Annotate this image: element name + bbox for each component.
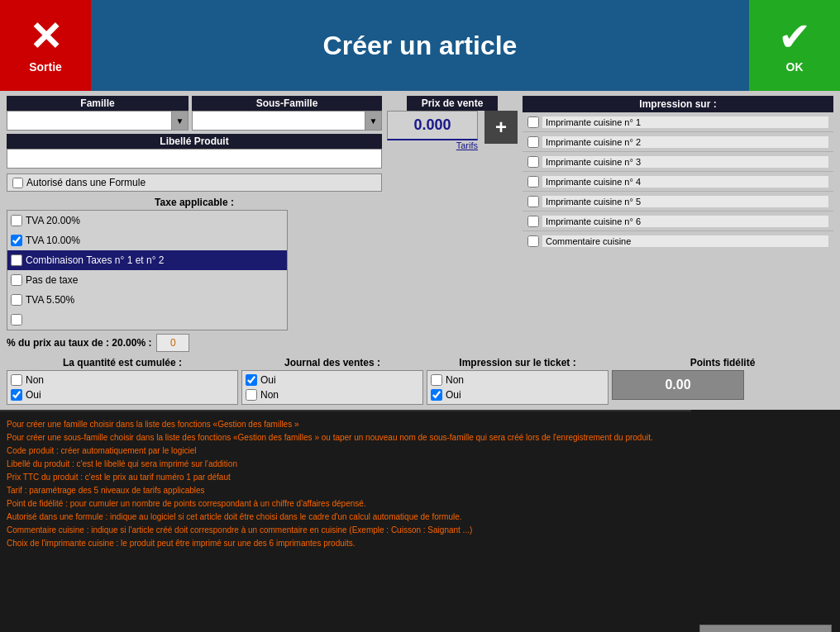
impression-label-1: Imprimante cuisine n° 1 [542, 116, 828, 128]
impression-checkbox-5[interactable] [527, 196, 539, 207]
sous-famille-label: Sous-Famille [192, 96, 382, 111]
impression-ticket-radio-group: Non Oui [427, 370, 609, 405]
autorise-checkbox[interactable] [12, 178, 23, 188]
journal-non-label: Non [260, 389, 279, 401]
ticket-non-checkbox[interactable] [431, 374, 442, 386]
taxe-list: TVA 20.00% TVA 10.00% Combinaison Taxes … [7, 210, 288, 330]
tva10-checkbox[interactable] [11, 235, 22, 246]
ticket-oui-label: Oui [446, 389, 461, 401]
tva20-label: TVA 20.00% [26, 215, 80, 226]
help-line: Commentaire cuisine : indique si l'artic… [7, 524, 685, 536]
taxe-item-extra[interactable] [7, 310, 287, 330]
impression-ticket-group: Impression sur le ticket : Non Oui [427, 357, 609, 405]
bottom-row: La quantité est cumulée : Non Oui Journa… [7, 357, 833, 405]
journal-non-item[interactable]: Non [246, 387, 419, 402]
pct-label: % du prix au taux de : 20.00% : [7, 337, 151, 349]
famille-input[interactable] [7, 112, 171, 130]
famille-group: Famille ▼ [7, 96, 189, 131]
help-line: Libellé du produit : c'est le libellé qu… [7, 458, 685, 470]
impression-label-4: Imprimante cuisine n° 4 [542, 176, 828, 188]
help-line: Pour créer une famille choisir dans la l… [7, 418, 685, 430]
ticket-oui-checkbox[interactable] [431, 389, 442, 401]
title-bar: Créer un article [91, 0, 749, 91]
impression-item-1[interactable]: Imprimante cuisine n° 1 [523, 112, 833, 132]
impression-checkbox-1[interactable] [527, 116, 539, 128]
help-line: Tarif : paramétrage des 5 niveaux de tar… [7, 484, 685, 497]
barcode-input[interactable] [699, 625, 832, 632]
famille-arrow[interactable]: ▼ [171, 112, 188, 130]
journal-oui-label: Oui [260, 374, 276, 386]
impression-item-6[interactable]: Imprimante cuisine n° 6 [523, 211, 833, 231]
autorise-label: Autorisé dans une Formule [26, 177, 146, 188]
libelle-input-row[interactable] [7, 149, 382, 169]
libelle-input[interactable] [7, 150, 381, 168]
famille-dropdown[interactable]: ▼ [7, 111, 189, 131]
ok-label: OK [786, 60, 804, 74]
tva20-checkbox[interactable] [11, 215, 22, 226]
ticket-oui-item[interactable]: Oui [431, 387, 604, 402]
ticket-non-label: Non [446, 374, 464, 386]
sous-famille-arrow[interactable]: ▼ [365, 112, 381, 130]
taxe-item-tva10[interactable]: TVA 10.00% [7, 230, 287, 250]
impression-label-7: Commentaire cuisine [542, 235, 828, 247]
combo-checkbox[interactable] [11, 254, 22, 266]
notax-label: Pas de taxe [26, 274, 78, 286]
impression-checkbox-2[interactable] [527, 136, 539, 148]
tarifs-plus-button[interactable]: + [484, 111, 518, 144]
ticket-non-item[interactable]: Non [431, 373, 604, 387]
impression-item-5[interactable]: Imprimante cuisine n° 5 [523, 192, 833, 211]
quantite-non-item[interactable]: Non [11, 373, 234, 387]
page-title: Créer un article [323, 31, 518, 61]
taxe-item-tva20[interactable]: TVA 20.00% [7, 211, 287, 230]
quantite-radio-group: Non Oui [7, 370, 238, 405]
taxe-item-notax[interactable]: Pas de taxe [7, 270, 287, 290]
impression-ticket-label: Impression sur le ticket : [427, 357, 609, 368]
impression-label-5: Imprimante cuisine n° 5 [542, 196, 828, 207]
quantite-non-checkbox[interactable] [11, 374, 22, 386]
sous-famille-group: Sous-Famille ▼ [192, 96, 382, 131]
x-icon: ✕ [29, 17, 62, 57]
points-group: Points fidélité [612, 357, 833, 405]
taxe-label: Taxe applicable : [7, 197, 382, 208]
points-label: Points fidélité [612, 357, 833, 368]
impression-checkbox-3[interactable] [527, 156, 539, 168]
ok-button[interactable]: ✔ OK [749, 0, 840, 91]
prix-input[interactable] [387, 111, 478, 140]
journal-radio-group: Oui Non [241, 370, 423, 405]
impression-checkbox-7[interactable] [527, 235, 539, 247]
pct-input[interactable] [156, 334, 189, 352]
impression-item-3[interactable]: Imprimante cuisine n° 3 [523, 152, 833, 172]
journal-oui-item[interactable]: Oui [246, 373, 419, 387]
journal-oui-checkbox[interactable] [246, 374, 257, 386]
exit-label: Sortie [29, 60, 62, 74]
taxe-item-tva55[interactable]: TVA 5.50% [7, 290, 287, 310]
quantite-oui-label: Oui [26, 389, 41, 401]
exit-button[interactable]: ✕ Sortie [0, 0, 91, 91]
taxe-item-combo[interactable]: Combinaison Taxes n° 1 et n° 2 [7, 250, 287, 270]
impression-item-7[interactable]: Commentaire cuisine [523, 231, 833, 251]
extra-checkbox[interactable] [11, 314, 22, 326]
sous-famille-input[interactable] [193, 112, 365, 130]
quantite-oui-checkbox[interactable] [11, 389, 22, 401]
impression-header: Impression sur : [523, 96, 833, 112]
impression-checkbox-4[interactable] [527, 176, 539, 188]
sous-famille-dropdown[interactable]: ▼ [192, 111, 382, 131]
quantite-label: La quantité est cumulée : [7, 357, 238, 368]
help-line: Pour créer une sous-famille choisir dans… [7, 431, 685, 444]
points-input[interactable] [612, 370, 744, 400]
journal-non-checkbox[interactable] [246, 389, 257, 401]
tarifs-link[interactable]: Tarifs [387, 140, 478, 150]
famille-label: Famille [7, 96, 189, 111]
impression-label-6: Imprimante cuisine n° 6 [542, 216, 828, 227]
impression-item-2[interactable]: Imprimante cuisine n° 2 [523, 132, 833, 152]
taxe-section: Taxe applicable : TVA 20.00% TVA 10.00% [7, 197, 382, 352]
impression-item-4[interactable]: Imprimante cuisine n° 4 [523, 172, 833, 192]
help-line: Prix TTC du produit : c'est le prix au t… [7, 471, 685, 483]
journal-group: Journal des ventes : Oui Non [241, 357, 423, 405]
tva55-checkbox[interactable] [11, 294, 22, 306]
notax-checkbox[interactable] [11, 274, 22, 286]
help-line: Code produit : créer automatiquement par… [7, 444, 685, 457]
quantite-oui-item[interactable]: Oui [11, 387, 234, 402]
help-line: Point de fidélité : pour cumuler un nomb… [7, 497, 685, 510]
impression-checkbox-6[interactable] [527, 216, 539, 227]
